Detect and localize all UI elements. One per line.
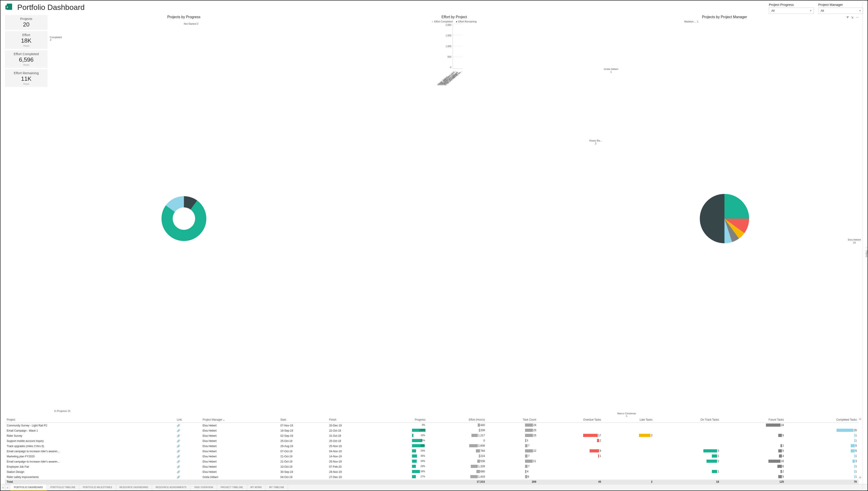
filter-select-progress[interactable]: All ▾ (769, 7, 814, 14)
cell-link[interactable]: 🔗 (175, 474, 201, 480)
column-header[interactable]: Task Count (487, 417, 538, 423)
cell-finish: 07-Feb-20 (327, 464, 376, 469)
cell-finish: 27-Dec-19 (327, 474, 376, 480)
metric-bar (590, 449, 599, 453)
table-row[interactable]: Marketing plan FY2020 🔗 Elva Hebert 21-O… (5, 454, 859, 459)
table-row[interactable]: Email campaign to increase rider's aware… (5, 459, 859, 464)
table-row[interactable]: Station Design 🔗 Elva Hebert 30-Sep-19 2… (5, 469, 859, 474)
sheet-tab[interactable]: MY WORK (247, 484, 266, 491)
sheet-tab[interactable]: RESOURCE DASHBOARD (116, 484, 152, 491)
sheet-tab[interactable]: MY TIMELINE (265, 484, 288, 491)
cell-link[interactable]: 🔗 (175, 449, 201, 454)
cell-progress: 29% (376, 449, 427, 454)
column-header[interactable]: Start (279, 417, 327, 423)
cell-effort: 1,416 (427, 474, 487, 480)
cell-future: 5 (721, 449, 786, 454)
tab-next[interactable]: ▸ (5, 485, 10, 490)
column-header[interactable]: Finish (327, 417, 376, 423)
column-header[interactable]: Effort (Hours) (427, 417, 487, 423)
table-row[interactable]: Rider Survey 🔗 Elva Hebert 02-Sep-19 31-… (5, 433, 859, 438)
metric-bar (639, 434, 650, 437)
kpi-card[interactable]: Effort 18K Hours (5, 31, 48, 49)
cell-link[interactable]: 🔗 (175, 443, 201, 449)
cell-tasks: 3 (487, 438, 538, 443)
cell-completed: 1 (786, 464, 859, 469)
cell-link[interactable]: 🔗 (175, 438, 201, 443)
cell-link[interactable]: 🔗 (175, 454, 201, 459)
column-header[interactable]: Link (175, 417, 201, 423)
cell-pm: Elva Hebert (201, 433, 279, 438)
cell-link[interactable]: 🔗 (175, 428, 201, 433)
export-icon[interactable]: ⇲ (851, 16, 853, 19)
cell-future (721, 428, 786, 433)
cell-completed: 1 (786, 474, 859, 480)
chart-effort-by-project[interactable]: Effort by Project Effort Completed Effor… (320, 15, 588, 417)
table-row[interactable]: Community Survey - Light Rail P2 🔗 Elva … (5, 423, 859, 428)
sheet-tab[interactable]: TASK OVERVIEW (190, 484, 217, 491)
metric-bar (703, 449, 717, 453)
kpi-value: 6,596 (7, 56, 45, 63)
column-header[interactable]: Overdue Tasks (538, 417, 603, 423)
column-header[interactable]: On Track Tasks (654, 417, 721, 423)
metric-bar (777, 465, 782, 468)
filters-tab-label: Filters (865, 251, 868, 257)
metric-value: 5 (855, 444, 857, 447)
cell-ontrack (654, 438, 721, 443)
cell-link[interactable]: 🔗 (175, 423, 201, 428)
table-row[interactable]: Email campaign to increase rider's aware… (5, 449, 859, 454)
column-header[interactable]: Completed Tasks (786, 417, 859, 423)
chart-projects-by-manager[interactable]: Projects by Project Manager Elva Hebert1… (591, 15, 859, 417)
kpi-card[interactable]: Projects 20 (5, 15, 48, 30)
cell-completed: 1 (786, 433, 859, 438)
table-row[interactable]: Track upgrades (miles 3 thru 6) 🔗 Elva H… (5, 443, 859, 449)
metric-value: 5 (782, 434, 784, 437)
filter-select-manager[interactable]: All ▾ (818, 7, 863, 14)
table-row[interactable]: Support mobile account inquiry 🔗 Elva He… (5, 438, 859, 443)
column-header[interactable]: Project (5, 417, 175, 423)
cell-overdue: 17 (538, 433, 603, 438)
cell-start: 21-Oct-19 (279, 454, 327, 459)
sheet-tab[interactable]: PORTFOLIO DASHBOARD (10, 484, 47, 491)
link-icon: 🔗 (177, 455, 180, 458)
cell-overdue (538, 469, 603, 474)
table-row[interactable]: Email Campaign - Wave 1 🔗 Elva Hebert 18… (5, 428, 859, 433)
cell-link[interactable]: 🔗 (175, 464, 201, 469)
svg-text:P: P (6, 6, 8, 9)
cell-effort: 1,217 (427, 433, 487, 438)
sheet-tab[interactable]: PROJECT TIMELINE (217, 484, 247, 491)
kpi-card[interactable]: Effort Completed 6,596 Hours (5, 50, 48, 68)
cell-link[interactable]: 🔗 (175, 459, 201, 464)
column-header[interactable]: Future Tasks (721, 417, 786, 423)
link-icon: 🔗 (177, 429, 180, 432)
table-row[interactable]: Rider safety improvements 🔗 Greta Gillia… (5, 474, 859, 480)
sheet-tab[interactable]: PORTFOLIO MILESTONES (79, 484, 116, 491)
table-row[interactable]: Employee Job Fair 🔗 Elva Hebert 10-Oct-1… (5, 464, 859, 469)
cell-link[interactable]: 🔗 (175, 433, 201, 438)
column-header[interactable]: Progress (376, 417, 427, 423)
cell-finish: 22-Oct-19 (327, 428, 376, 433)
cell-link[interactable]: 🔗 (175, 469, 201, 474)
link-icon: 🔗 (177, 470, 180, 473)
scroll-up[interactable]: ʌ (859, 418, 862, 420)
cell-progress: 34% (376, 459, 427, 464)
metric-value: 1 (599, 455, 601, 458)
sheet-tab[interactable]: RESOURCE ASSIGNMENTS (152, 484, 190, 491)
chart-projects-by-progress[interactable]: Projects by Progress Not Started 2 In Pr… (50, 15, 318, 417)
sheet-tab[interactable]: PORTFOLIO TIMELINE (47, 484, 79, 491)
column-header[interactable]: Late Tasks (603, 417, 654, 423)
column-header[interactable]: Project Manager ▲ (201, 417, 279, 423)
cell-project: Support mobile account inquiry (5, 438, 175, 443)
filter-icon[interactable]: ⧩ (846, 16, 849, 19)
metric-bar (781, 470, 782, 473)
pie-label-madelyn: Madelyn ... 1 (684, 20, 698, 23)
metric-bar (852, 460, 855, 463)
cell-overdue: 2 (538, 438, 603, 443)
kpi-card[interactable]: Effort Remaining 11K Hours (5, 69, 48, 87)
more-icon[interactable]: ⋯ (856, 16, 859, 19)
scroll-down[interactable]: v (859, 476, 862, 479)
metric-value: 5 (782, 475, 784, 478)
cell-tasks: 24 (487, 423, 538, 428)
metric-bar (779, 455, 782, 458)
metric-bar (854, 475, 855, 478)
tab-prev[interactable]: ◂ (0, 485, 5, 490)
